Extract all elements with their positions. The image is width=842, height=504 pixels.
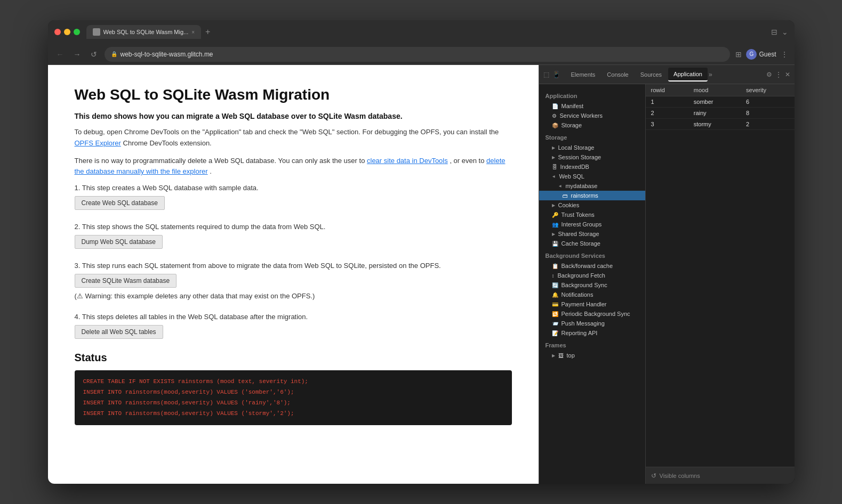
sidebar-label-push-messaging: Push Messaging: [562, 320, 605, 327]
sidebar-item-cookies[interactable]: ▶ Cookies: [539, 200, 645, 210]
intro-after-text: Chrome DevTools extension.: [123, 139, 212, 147]
sidebar-label-indexeddb: IndexedDB: [560, 164, 589, 170]
sidebar-item-service-workers[interactable]: ⚙ Service Workers: [539, 111, 645, 120]
step-2: 2. This step shows the SQL statements re…: [75, 223, 512, 249]
tab-close-button[interactable]: ×: [191, 29, 195, 35]
sidebar-item-cache-storage[interactable]: 💾 Cache Storage: [539, 239, 645, 248]
profile-button[interactable]: G Guest: [746, 49, 776, 60]
split-view-button[interactable]: ⊞: [735, 50, 742, 59]
tab-sources[interactable]: Sources: [635, 68, 667, 81]
sidebar-item-interest-groups[interactable]: 👥 Interest Groups: [539, 220, 645, 229]
table-row[interactable]: 1 somber 6: [646, 96, 795, 108]
top-frame-expand: ▶: [552, 353, 555, 358]
rainstorms-icon: 🗃: [563, 193, 568, 199]
col-header-severity[interactable]: severity: [741, 84, 794, 96]
opfs-explorer-link[interactable]: OPFS Explorer: [75, 139, 121, 147]
sidebar-item-rainstorms[interactable]: 🗃 rainstorms: [539, 191, 645, 200]
sidebar-item-payment-handler[interactable]: 💳 Payment Handler: [539, 299, 645, 309]
create-sqlite-button[interactable]: Create SQLite Wasm database: [75, 274, 177, 288]
tab-console[interactable]: Console: [602, 68, 633, 81]
tab-application[interactable]: Application: [668, 68, 708, 82]
sidebar-item-session-storage[interactable]: ▶ Session Storage: [539, 152, 645, 162]
refresh-button[interactable]: ↺: [89, 49, 99, 60]
sidebar-item-notifications[interactable]: 🔔 Notifications: [539, 290, 645, 299]
cell-rowid-3: 3: [646, 119, 688, 130]
table-row[interactable]: 2 rainy 8: [646, 108, 795, 119]
traffic-light-red[interactable]: [54, 29, 61, 35]
devtools-settings-button[interactable]: ⚙: [766, 71, 772, 78]
interest-groups-icon: 👥: [552, 222, 558, 227]
sidebar-item-periodic-sync[interactable]: 🔁 Periodic Background Sync: [539, 309, 645, 319]
intro-text: To debug, open Chrome DevTools on the "A…: [75, 128, 499, 136]
traffic-light-yellow[interactable]: [64, 29, 70, 35]
sidebar-label-payment-handler: Payment Handler: [562, 301, 607, 307]
main-content: Web SQL to SQLite Wasm Migration This de…: [48, 65, 795, 484]
tab-favicon: [93, 28, 100, 36]
sidebar-item-web-sql[interactable]: ▼ Web SQL: [539, 172, 645, 181]
back-button[interactable]: ←: [54, 49, 66, 60]
sidebar-item-push-messaging[interactable]: 📨 Push Messaging: [539, 319, 645, 328]
title-bar: Web SQL to SQLite Wasm Mig... × + ⊟ ⌄: [48, 20, 795, 44]
cell-mood-3: stormy: [688, 119, 741, 130]
periodic-sync-icon: 🔁: [552, 311, 558, 317]
menu-button[interactable]: ⋮: [781, 50, 788, 59]
create-websql-button[interactable]: Create Web SQL database: [75, 196, 165, 210]
visible-columns-button[interactable]: Visible columns: [660, 473, 700, 479]
data-table[interactable]: rowid mood severity 1 somber 6: [646, 84, 795, 467]
dump-websql-button[interactable]: Dump Web SQL database: [75, 235, 163, 249]
active-tab[interactable]: Web SQL to SQLite Wasm Mig... ×: [86, 25, 202, 39]
sidebar-item-manifest[interactable]: 📄 Manifest: [539, 101, 645, 111]
devtools-more-button[interactable]: ⋮: [775, 71, 782, 78]
devtools-body: Application 📄 Manifest ⚙ Service Workers…: [539, 84, 795, 484]
traffic-light-green[interactable]: [74, 29, 80, 35]
tab-elements[interactable]: Elements: [566, 68, 601, 81]
url-bar[interactable]: 🔒 web-sql-to-sqlite-wasm.glitch.me: [105, 47, 731, 62]
devtools-inspect-icon[interactable]: ⬚: [543, 71, 549, 78]
sidebar-item-shared-storage[interactable]: ▶ Shared Storage: [539, 229, 645, 239]
sidebar-item-indexeddb[interactable]: 🗄 IndexedDB: [539, 162, 645, 172]
sidebar-label-background-sync: Background Sync: [562, 282, 607, 288]
cache-storage-icon: 💾: [552, 241, 558, 247]
sidebar-item-local-storage[interactable]: ▶ Local Storage: [539, 143, 645, 152]
sidebar-label-reporting-api: Reporting API: [562, 330, 598, 336]
col-header-rowid[interactable]: rowid: [646, 84, 688, 96]
tab-title: Web SQL to SQLite Wasm Mig...: [103, 29, 189, 35]
sidebar-item-backforward-cache[interactable]: 📋 Back/forward cache: [539, 261, 645, 271]
more-tabs-icon[interactable]: »: [709, 71, 712, 78]
devtools-close-button[interactable]: ✕: [785, 71, 790, 78]
status-title: Status: [75, 352, 512, 364]
sidebar-item-storage[interactable]: 📦 Storage: [539, 120, 645, 130]
sidebar-label-storage: Storage: [562, 122, 582, 128]
traffic-lights: [54, 29, 80, 35]
clear-site-data-link[interactable]: clear site data in DevTools: [367, 157, 448, 165]
devtools-device-icon[interactable]: 📱: [552, 71, 560, 78]
code-line-4: INSERT INTO rainstorms(mood,severity) VA…: [83, 409, 503, 419]
profile-avatar: G: [746, 49, 757, 60]
window-minimize[interactable]: ⊟: [771, 28, 777, 36]
sidebar-item-mydatabase[interactable]: ▼ mydatabase: [539, 181, 645, 191]
cell-severity-3: 2: [741, 119, 794, 130]
new-tab-button[interactable]: +: [203, 25, 212, 39]
table-row[interactable]: 3 stormy 2: [646, 119, 795, 130]
frame-icon: 🖼: [558, 353, 564, 359]
delete-tables-button[interactable]: Delete all Web SQL tables: [75, 325, 163, 339]
sidebar-item-background-sync[interactable]: 🔄 Background Sync: [539, 280, 645, 290]
forward-button[interactable]: →: [71, 49, 83, 60]
devtools-bottom-bar: ↺ Visible columns: [646, 467, 795, 484]
sidebar-label-top: top: [567, 352, 575, 359]
sidebar-section-frames: Frames: [539, 338, 645, 351]
web-sql-expand: ▼: [551, 174, 556, 178]
refresh-icon[interactable]: ↺: [651, 472, 656, 479]
trust-tokens-icon: 🔑: [552, 212, 558, 218]
window-chevron-down[interactable]: ⌄: [782, 28, 788, 36]
sidebar-item-reporting-api[interactable]: 📝 Reporting API: [539, 328, 645, 338]
devtools-main-panel: rowid mood severity 1 somber 6: [646, 84, 795, 484]
manifest-icon: 📄: [552, 103, 558, 109]
cookies-expand: ▶: [552, 203, 555, 208]
step-3: 3. This step runs each SQL statement fro…: [75, 262, 512, 300]
sidebar-item-trust-tokens[interactable]: 🔑 Trust Tokens: [539, 210, 645, 220]
col-header-mood[interactable]: mood: [688, 84, 741, 96]
sidebar-item-top-frame[interactable]: ▶ 🖼 top: [539, 351, 645, 360]
background-fetch-icon: ↕: [552, 273, 555, 279]
sidebar-item-background-fetch[interactable]: ↕ Background Fetch: [539, 271, 645, 280]
